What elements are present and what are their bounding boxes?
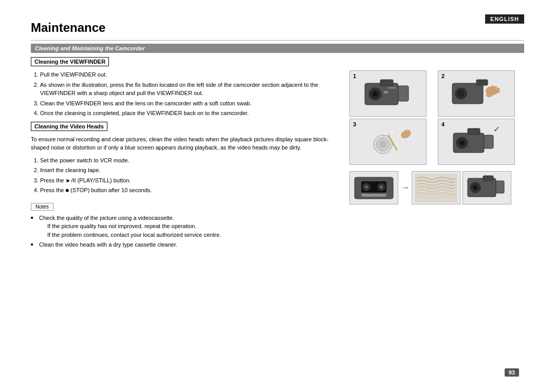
list-item: Clean the video heads with a dry type ca…: [31, 240, 339, 249]
list-item: Check the quality of the picture using a…: [31, 214, 339, 239]
page: ENGLISH Maintenance Cleaning and Maintai…: [0, 0, 555, 392]
svg-point-42: [474, 186, 477, 189]
list-item: Set the power switch to VCR mode.: [40, 156, 339, 165]
english-badge: ENGLISH: [485, 14, 524, 24]
right-column: 1: [349, 70, 524, 251]
notes-label: Notes: [31, 203, 53, 211]
svg-rect-5: [398, 86, 409, 101]
video-heads-header: Cleaning the Video Heads: [31, 122, 107, 131]
list-item: Once the cleaning is completed, place th…: [40, 109, 339, 118]
video-heads-description: To ensure normal recording and clear pic…: [31, 135, 339, 152]
camcorder-result-svg: [465, 173, 509, 203]
tape-image-1: [349, 171, 398, 204]
title-divider: [31, 40, 524, 41]
svg-rect-44: [496, 181, 504, 193]
image-4: 4 ✓: [438, 119, 515, 165]
left-column: Pull the VIEWFINDER out. As shown in the…: [31, 70, 344, 251]
image-number: 4: [441, 121, 445, 127]
svg-point-36: [380, 185, 383, 189]
tape-image-3: [462, 171, 511, 204]
svg-rect-13: [488, 87, 491, 93]
tape-svg: [352, 173, 396, 203]
image-number: 2: [441, 73, 445, 79]
viewfinder-header: Cleaning the VIEWFINDER: [31, 57, 109, 66]
svg-rect-28: [468, 128, 480, 135]
svg-point-17: [486, 93, 492, 97]
page-number: 93: [505, 368, 519, 377]
content-area: Pull the VIEWFINDER out. As shown in the…: [31, 70, 524, 251]
image-2: 2: [438, 70, 515, 117]
camcorder-svg-2: [448, 76, 505, 111]
list-item: Insert the cleaning tape.: [40, 166, 339, 175]
svg-rect-29: [484, 135, 493, 148]
svg-point-10: [457, 90, 465, 97]
image-number: 3: [353, 121, 356, 127]
svg-rect-7: [388, 87, 396, 89]
note-sub: If the problem continues, contact your l…: [39, 231, 339, 239]
video-heads-steps: Set the power switch to VCR mode. Insert…: [31, 156, 339, 195]
section-header-bar: Cleaning and Maintaining the Camcorder: [31, 44, 524, 53]
svg-rect-16: [497, 88, 499, 93]
list-item: Pull the VIEWFINDER out.: [40, 70, 339, 79]
svg-rect-15: [494, 86, 497, 93]
svg-point-34: [365, 185, 368, 189]
tape-surface-svg: [414, 173, 458, 203]
image-number: 1: [353, 73, 356, 79]
svg-rect-43: [483, 176, 493, 181]
svg-point-22: [388, 127, 397, 136]
image-grid: 1: [349, 70, 524, 165]
list-item: As shown in the illustration, press the …: [40, 81, 339, 98]
camcorder-svg-1: [360, 76, 416, 111]
cleaning-svg-3: [360, 124, 416, 160]
svg-point-27: [460, 141, 464, 144]
viewfinder-steps: Pull the VIEWFINDER out. As shown in the…: [31, 70, 339, 118]
arrow-icon: →: [400, 182, 410, 193]
svg-point-23: [400, 128, 412, 140]
list-item: Press the ►/II (PLAY/STILL) button.: [40, 176, 339, 185]
cleaning-sequence: →: [349, 171, 524, 204]
note-sub: If the picture quality has not improved,…: [39, 222, 339, 231]
notes-list: Check the quality of the picture using a…: [31, 214, 339, 249]
list-item: Clean the VIEWFINDER lens and the lens o…: [40, 99, 339, 108]
svg-text:✓: ✓: [493, 125, 500, 134]
svg-rect-4: [380, 80, 393, 86]
svg-rect-11: [476, 80, 488, 85]
tape-image-2: [412, 171, 460, 204]
svg-rect-6: [384, 91, 388, 94]
page-title: Maintenance: [31, 21, 524, 35]
svg-point-3: [373, 92, 377, 96]
svg-point-20: [379, 141, 386, 148]
list-item: Press the ■ (STOP) button after 10 secon…: [40, 186, 339, 195]
svg-rect-14: [491, 86, 494, 93]
image-1: 1: [349, 70, 427, 117]
camcorder-svg-4: ✓: [448, 124, 505, 160]
image-3: 3: [349, 119, 427, 165]
